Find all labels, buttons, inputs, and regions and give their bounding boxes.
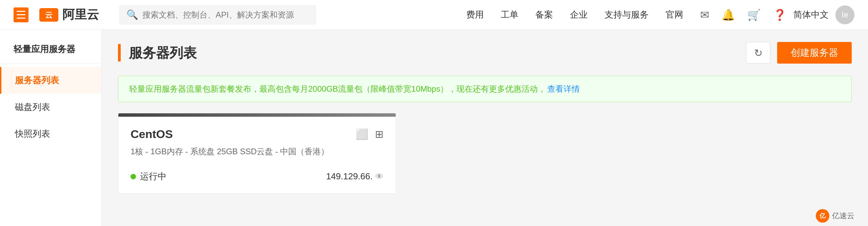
server-footer: 运行中 149.129.66. 👁 — [131, 171, 383, 182]
header-nav: 费用 工单 备案 企业 支持与服务 官网 — [466, 9, 683, 21]
main-content: 服务器列表 ↻ 创建服务器 轻量应用服务器流量包新套餐发布，最高包含每月2000… — [102, 30, 868, 226]
bell-icon[interactable]: 🔔 — [722, 8, 735, 21]
ip-mask-icon[interactable]: 👁 — [375, 172, 383, 181]
refresh-icon: ↻ — [754, 47, 763, 59]
page-title: 服务器列表 — [129, 44, 197, 62]
bottom-logo-icon: 亿 — [816, 209, 829, 223]
nav-filing[interactable]: 备案 — [535, 9, 553, 21]
server-card-body: CentOS ⬜ ⊞ 1核 - 1GB内存 - 系统盘 25GB SSD云盘 -… — [118, 117, 396, 193]
page-header: 服务器列表 ↻ 创建服务器 — [118, 42, 852, 64]
menu-line — [17, 14, 25, 15]
logo[interactable]: 云 阿里云 — [39, 6, 99, 23]
menu-line — [17, 11, 25, 12]
create-server-button[interactable]: 创建服务器 — [777, 42, 852, 64]
menu-button[interactable] — [14, 7, 28, 22]
lang-selector[interactable]: 简体中文 — [793, 9, 829, 21]
header: 云 阿里云 🔍 费用 工单 备案 企业 支持与服务 官网 ✉ 🔔 🛒 ❓ 简体中… — [0, 0, 868, 30]
nav-fee[interactable]: 费用 — [466, 9, 484, 21]
bottom-logo: 亿 亿速云 — [816, 209, 854, 223]
nav-support[interactable]: 支持与服务 — [605, 9, 649, 21]
server-actions: ⬜ ⊞ — [356, 128, 383, 140]
sidebar-item-label-snapshot-list: 快照列表 — [15, 128, 50, 140]
search-input[interactable] — [142, 10, 309, 20]
search-icon: 🔍 — [126, 9, 138, 20]
layout: 轻量应用服务器 服务器列表 磁盘列表 快照列表 服务器列表 ↻ 创建服务器 — [0, 0, 868, 226]
avatar-text: Ie — [842, 10, 848, 20]
help-icon[interactable]: ❓ — [773, 8, 787, 21]
nav-enterprise[interactable]: 企业 — [570, 9, 588, 21]
sidebar-item-label-server-list: 服务器列表 — [15, 74, 59, 86]
header-icons: ✉ 🔔 🛒 ❓ — [700, 8, 787, 21]
header-actions: ↻ 创建服务器 — [746, 42, 852, 64]
status-dot — [131, 174, 136, 179]
sidebar-item-label-disk-list: 磁盘列表 — [15, 101, 50, 113]
search-bar[interactable]: 🔍 — [119, 5, 316, 24]
server-ip-wrap: 149.129.66. 👁 — [326, 171, 383, 182]
page-title-border — [118, 44, 121, 62]
menu-line — [17, 18, 25, 19]
bottom-logo-text: 亿速云 — [832, 211, 854, 221]
svg-text:云: 云 — [45, 11, 53, 19]
server-ip-text: 149.129.66. — [326, 171, 373, 182]
sidebar-item-server-list[interactable]: 服务器列表 — [0, 67, 101, 94]
server-name[interactable]: CentOS — [131, 128, 173, 141]
bottom-bar: 亿 亿速云 — [802, 206, 868, 226]
announcement-banner: 轻量应用服务器流量包新套餐发布，最高包含每月2000GB流量包（限峰值带宽10M… — [118, 76, 852, 102]
nav-ticket[interactable]: 工单 — [501, 9, 518, 21]
server-specs: 1核 - 1GB内存 - 系统盘 25GB SSD云盘 - 中国（香港） — [131, 146, 383, 157]
server-card-top-bar — [118, 113, 396, 117]
sidebar-item-disk-list[interactable]: 磁盘列表 — [0, 94, 101, 120]
server-status: 运行中 — [140, 171, 166, 182]
terminal-icon[interactable]: ⬜ — [356, 128, 368, 140]
avatar[interactable]: Ie — [835, 5, 854, 24]
server-card-header: CentOS ⬜ ⊞ — [131, 128, 383, 141]
sidebar-title: 轻量应用服务器 — [0, 37, 101, 64]
grid-icon[interactable]: ⊞ — [375, 128, 383, 140]
nav-official[interactable]: 官网 — [666, 9, 683, 21]
logo-icon: 云 — [39, 7, 59, 22]
sidebar-item-snapshot-list[interactable]: 快照列表 — [0, 120, 101, 147]
page-title-wrap: 服务器列表 — [118, 44, 197, 62]
logo-text: 阿里云 — [62, 6, 99, 23]
banner-green-text: 轻量应用服务器流量包新套餐发布，最高包含每月2000GB流量包（限峰值带宽10M… — [129, 84, 546, 94]
cart-icon[interactable]: 🛒 — [747, 8, 761, 21]
server-card: CentOS ⬜ ⊞ 1核 - 1GB内存 - 系统盘 25GB SSD云盘 -… — [118, 113, 396, 194]
banner-link[interactable]: 查看详情 — [547, 84, 580, 94]
sidebar: 轻量应用服务器 服务器列表 磁盘列表 快照列表 — [0, 30, 102, 226]
refresh-button[interactable]: ↻ — [746, 42, 770, 64]
message-icon[interactable]: ✉ — [700, 8, 709, 21]
